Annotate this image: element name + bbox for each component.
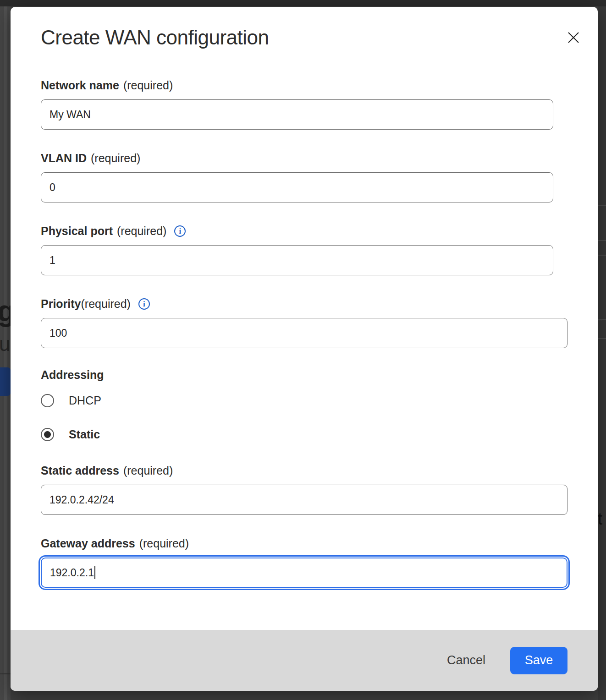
background-divider <box>598 338 606 339</box>
static-address-input[interactable]: 192.0.2.42/24 <box>41 485 567 515</box>
input-value: 100 <box>50 327 67 339</box>
radio-option-dhcp[interactable]: DHCP <box>41 394 567 407</box>
physical-port-label: Physical port (required) i <box>41 224 567 239</box>
physical-port-input[interactable]: 1 <box>41 245 553 275</box>
field-label-text: Network name <box>41 78 119 93</box>
input-value: 0 <box>50 181 55 194</box>
vlan-id-label: VLAN ID (required) <box>41 151 567 166</box>
priority-label: Priority (required) i <box>41 296 567 312</box>
background-right-sliver: -- t <box>598 6 606 700</box>
required-marker: (required) <box>81 296 131 312</box>
background-top-bar <box>0 0 606 6</box>
create-wan-dialog: Create WAN configuration Network name (r… <box>11 7 598 691</box>
vlan-id-input[interactable]: 0 <box>41 172 553 202</box>
static-address-label: Static address (required) <box>41 463 567 478</box>
network-name-input[interactable]: My WAN <box>41 99 553 130</box>
input-value: 192.0.2.1 <box>50 567 94 579</box>
background-button-fragment <box>0 367 11 396</box>
field-label-text: Priority <box>41 296 81 312</box>
info-icon[interactable]: i <box>174 225 186 237</box>
radio-label: DHCP <box>69 394 101 407</box>
required-marker: (required) <box>91 151 140 166</box>
background-left-sliver: g u <box>0 6 11 700</box>
required-marker: (required) <box>123 463 173 478</box>
field-label-text: VLAN ID <box>41 151 87 166</box>
radio-selected-icon <box>41 428 54 441</box>
field-label-text: Gateway address <box>41 536 135 551</box>
radio-label: Static <box>69 428 100 441</box>
background-divider <box>0 673 11 674</box>
network-name-label: Network name (required) <box>41 78 567 93</box>
field-label-text: Static address <box>41 463 119 478</box>
background-text-fragment: t <box>598 509 602 529</box>
gateway-address-input[interactable]: 192.0.2.1 <box>41 558 567 588</box>
addressing-heading: Addressing <box>41 367 567 383</box>
required-marker: (required) <box>123 78 173 93</box>
info-icon[interactable]: i <box>138 298 150 310</box>
close-icon <box>567 31 580 44</box>
text-cursor <box>94 566 95 579</box>
input-value: 192.0.2.42/24 <box>50 494 114 506</box>
input-value: My WAN <box>50 109 91 121</box>
radio-option-static[interactable]: Static <box>41 427 567 441</box>
gateway-address-label: Gateway address (required) <box>41 536 567 551</box>
background-divider <box>598 255 606 256</box>
background-divider <box>598 240 606 241</box>
input-value: 1 <box>50 254 55 267</box>
background-text-fragment: u <box>0 333 10 355</box>
required-marker: (required) <box>139 536 189 551</box>
field-label-text: Physical port <box>41 224 113 239</box>
close-button[interactable] <box>566 30 581 45</box>
dialog-footer: Cancel Save <box>11 630 598 691</box>
dialog-title: Create WAN configuration <box>41 26 567 49</box>
required-marker: (required) <box>117 224 166 239</box>
background-text-fragment: -- <box>598 316 602 323</box>
radio-unselected-icon <box>41 394 54 407</box>
background-text-fragment: g <box>0 294 11 328</box>
cancel-button[interactable]: Cancel <box>445 651 487 670</box>
save-button[interactable]: Save <box>510 647 567 674</box>
priority-input[interactable]: 100 <box>41 318 567 348</box>
background-divider <box>598 319 606 320</box>
background-divider <box>598 205 606 206</box>
